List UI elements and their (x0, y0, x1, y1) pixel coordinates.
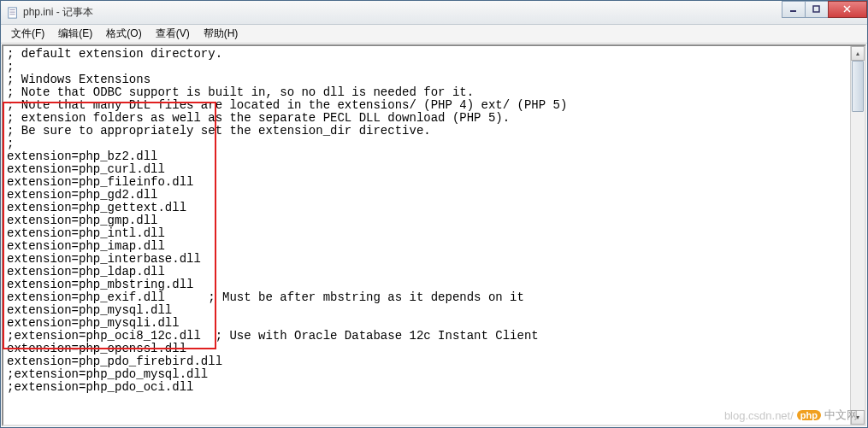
menu-file[interactable]: 文件(F) (4, 25, 51, 43)
svg-rect-0 (9, 7, 17, 17)
watermark: blog.csdn.net/ php 中文网 (724, 407, 858, 423)
window-controls (782, 1, 867, 18)
close-button[interactable] (828, 1, 867, 18)
scroll-thumb[interactable] (852, 61, 864, 112)
scroll-up-button[interactable]: ▴ (851, 46, 865, 61)
menu-help[interactable]: 帮助(H) (197, 25, 245, 43)
notepad-icon (6, 6, 20, 20)
text-editor[interactable]: ; default extension directory. ; ; Windo… (3, 46, 850, 425)
menubar: 文件(F) 编辑(E) 格式(O) 查看(V) 帮助(H) (1, 25, 867, 44)
notepad-window: php.ini - 记事本 文件(F) 编辑(E) 格式(O) 查看(V) 帮助… (0, 0, 868, 428)
minimize-button[interactable] (782, 1, 806, 18)
content-area: ; default extension directory. ; ; Windo… (2, 44, 866, 426)
watermark-cn: 中文网 (824, 407, 858, 423)
watermark-badge: php (797, 410, 821, 420)
maximize-button[interactable] (805, 1, 829, 18)
svg-rect-5 (813, 6, 819, 12)
vertical-scrollbar[interactable]: ▴ ▾ (850, 46, 865, 425)
window-title: php.ini - 记事本 (23, 5, 93, 20)
watermark-url: blog.csdn.net/ (724, 409, 794, 422)
titlebar[interactable]: php.ini - 记事本 (1, 1, 867, 25)
menu-format[interactable]: 格式(O) (99, 25, 148, 43)
menu-edit[interactable]: 编辑(E) (51, 25, 99, 43)
menu-view[interactable]: 查看(V) (149, 25, 197, 43)
